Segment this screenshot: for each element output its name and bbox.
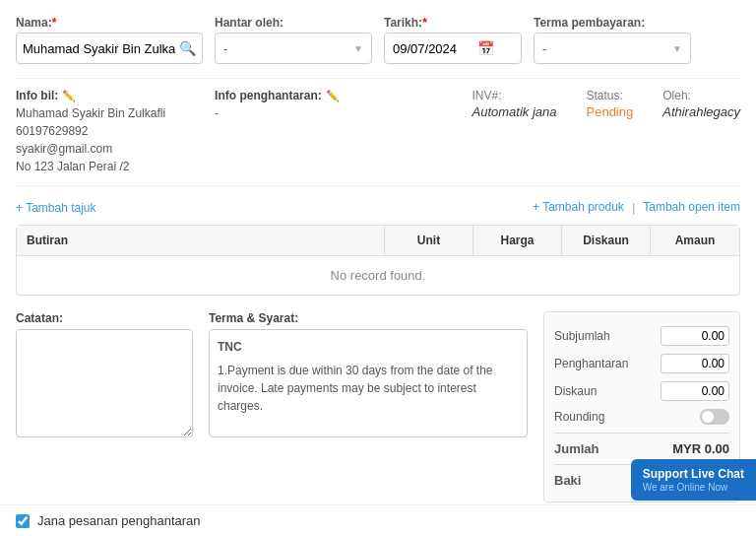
subjumlah-row: Subjumlah — [554, 322, 729, 350]
penghantaran-input[interactable] — [661, 354, 729, 373]
info-penghantaran-value: - — [215, 104, 340, 122]
tarikh-input[interactable] — [393, 41, 472, 56]
jumlah-label: Jumlah — [554, 441, 599, 456]
info-bil-block: Info bil: ✏️ Muhamad Syakir Bin Zulkafli… — [16, 89, 165, 175]
tarikh-required: * — [422, 16, 427, 30]
search-icon: 🔍 — [179, 40, 196, 56]
terma-select[interactable]: - ▼ — [534, 33, 691, 64]
edit-bil-icon[interactable]: ✏️ — [62, 90, 76, 102]
no-record-text: No record found. — [17, 256, 739, 295]
actions-row: + Tambah tajuk + Tambah produk | Tambah … — [16, 200, 740, 215]
items-table: Butiran Unit Harga Diskaun Amaun No reco… — [16, 225, 740, 296]
info-section: Info bil: ✏️ Muhamad Syakir Bin Zulkafli… — [16, 78, 740, 186]
page-container: Nama:* 🔍 Hantar oleh: - ▼ Tarikh:* 📅 — [0, 0, 756, 536]
hantar-group: Hantar oleh: - ▼ — [215, 16, 372, 64]
tnc-box: TNC 1.Payment is due within 30 days from… — [209, 329, 528, 437]
inv-item: INV#: Automatik jana — [472, 89, 557, 175]
nama-group: Nama:* 🔍 — [16, 16, 203, 64]
col-amaun: Amaun — [651, 226, 739, 255]
info-penghantaran-title: Info penghantaran: ✏️ — [215, 89, 340, 102]
nama-required: * — [52, 16, 57, 30]
calendar-icon: 📅 — [477, 40, 494, 56]
info-bil-content: Muhamad Syakir Bin Zulkafli 60197629892 … — [16, 104, 165, 175]
support-chat[interactable]: Support Live Chat We are Online Now — [631, 459, 756, 501]
info-penghantaran-block: Info penghantaran: ✏️ - — [215, 89, 340, 175]
diskaun-row: Diskaun — [554, 377, 729, 405]
info-right: INV#: Automatik jana Status: Pending Ole… — [472, 89, 741, 175]
col-diskaun: Diskaun — [562, 226, 651, 255]
nama-input-wrapper[interactable]: 🔍 — [16, 33, 203, 64]
hantar-value: - — [223, 41, 227, 56]
catatan-label: Catatan: — [16, 311, 193, 325]
col-harga: Harga — [473, 226, 562, 255]
jana-checkbox[interactable] — [16, 514, 30, 528]
right-actions: + Tambah produk | Tambah open item — [533, 200, 740, 215]
rounding-label: Rounding — [554, 410, 604, 424]
nama-label: Nama:* — [16, 16, 203, 30]
footer-row: Jana pesanan penghantaran — [0, 504, 756, 536]
col-butiran: Butiran — [17, 226, 385, 255]
form-row-top: Nama:* 🔍 Hantar oleh: - ▼ Tarikh:* 📅 — [16, 16, 740, 64]
tnc-line1: 1.Payment is due within 30 days from the… — [218, 362, 519, 415]
catatan-textarea[interactable] — [16, 329, 193, 437]
status-label: Status: — [587, 89, 634, 102]
tambah-open-button[interactable]: Tambah open item — [643, 200, 740, 215]
chevron-down-icon: ▼ — [353, 43, 363, 54]
oleh-value: Athirahlegacy — [662, 104, 740, 119]
diskaun-sum-label: Diskaun — [554, 384, 597, 398]
jumlah-value: MYR 0.00 — [672, 441, 729, 456]
penghantaran-sum-label: Penghantaran — [554, 357, 628, 370]
col-unit: Unit — [385, 226, 473, 255]
info-bil-title: Info bil: ✏️ — [16, 89, 165, 102]
tarikh-date-field[interactable]: 📅 — [384, 33, 522, 64]
rounding-row: Rounding — [554, 405, 729, 429]
chevron-down-icon-terma: ▼ — [672, 43, 682, 54]
hantar-select[interactable]: - ▼ — [215, 33, 372, 64]
rounding-toggle[interactable] — [700, 409, 729, 425]
oleh-item: Oleh: Athirahlegacy — [662, 89, 740, 175]
penghantaran-row: Penghantaran — [554, 350, 729, 377]
terma-value: - — [542, 41, 546, 56]
summary-divider — [554, 433, 729, 434]
hantar-label: Hantar oleh: — [215, 16, 372, 30]
inv-label: INV#: — [472, 89, 557, 102]
tnc-title: TNC — [218, 338, 519, 356]
table-header: Butiran Unit Harga Diskaun Amaun — [17, 226, 739, 256]
tambah-produk-button[interactable]: + Tambah produk — [533, 200, 624, 215]
oleh-label: Oleh: — [662, 89, 740, 102]
diskaun-input[interactable] — [661, 381, 729, 401]
tarikh-group: Tarikh:* 📅 — [384, 16, 522, 64]
terma-group: Terma pembayaran: - ▼ — [534, 16, 691, 64]
support-subtitle: We are Online Now — [643, 482, 744, 493]
inv-value: Automatik jana — [472, 104, 557, 119]
status-item: Status: Pending — [587, 89, 634, 175]
tnc-label: Terma & Syarat: — [209, 311, 528, 325]
catatan-section: Catatan: — [16, 311, 193, 502]
nama-input[interactable] — [23, 41, 175, 56]
jumlah-row: Jumlah MYR 0.00 — [554, 437, 729, 460]
table-body: No record found. — [17, 256, 739, 295]
support-title: Support Live Chat — [643, 467, 744, 481]
tnc-section: Terma & Syarat: TNC 1.Payment is due wit… — [209, 311, 528, 502]
baki-label: Baki — [554, 473, 581, 488]
jana-label: Jana pesanan penghantaran — [37, 513, 201, 528]
edit-penghantaran-icon[interactable]: ✏️ — [326, 90, 340, 102]
tambah-tajuk-button[interactable]: + Tambah tajuk — [16, 201, 96, 215]
subjumlah-label: Subjumlah — [554, 329, 610, 343]
subjumlah-input[interactable] — [661, 326, 729, 346]
tnc-line2: 2. We accept payments via cash & bank... — [218, 433, 519, 437]
terma-label: Terma pembayaran: — [534, 16, 691, 30]
tarikh-label: Tarikh:* — [384, 16, 522, 30]
status-value: Pending — [587, 104, 634, 119]
separator: | — [632, 200, 635, 215]
